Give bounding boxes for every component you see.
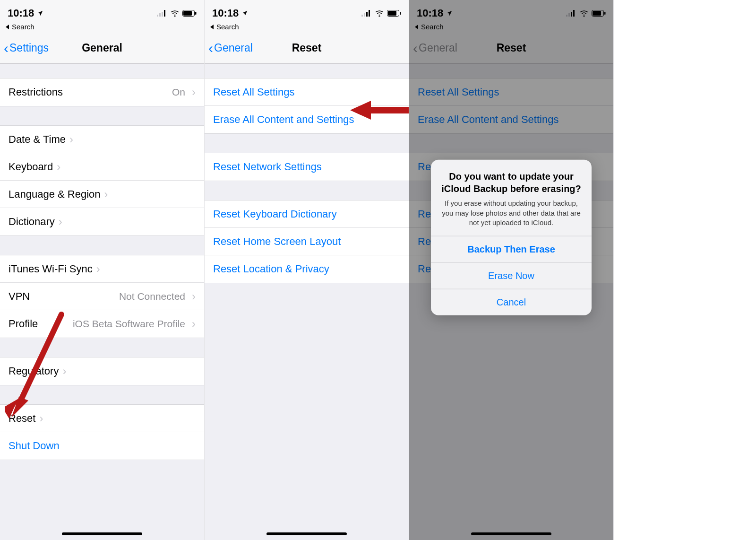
cell-label: Erase All Content and Settings bbox=[213, 113, 354, 126]
nav-back-label: Settings bbox=[9, 42, 49, 54]
cell-reset[interactable]: Reset › bbox=[0, 405, 204, 432]
cell-erase-all-content[interactable]: Erase All Content and Settings bbox=[205, 106, 409, 133]
cell-date-time[interactable]: Date & Time › bbox=[0, 126, 204, 153]
group-reset-network: Reset Network Settings bbox=[205, 153, 409, 181]
cell-label: Reset bbox=[9, 412, 35, 425]
group-regulatory: Regulatory › bbox=[0, 357, 204, 385]
svg-rect-3 bbox=[164, 10, 165, 17]
cell-language-region[interactable]: Language & Region › bbox=[0, 181, 204, 208]
svg-rect-0 bbox=[157, 15, 158, 17]
chevron-right-icon: › bbox=[57, 160, 60, 174]
nav-bar: ‹ General Reset bbox=[205, 33, 409, 64]
chevron-right-icon: › bbox=[39, 412, 43, 425]
wifi-icon bbox=[375, 10, 384, 17]
nav-title: Reset bbox=[292, 42, 322, 54]
breadcrumb-label: Search bbox=[12, 23, 34, 31]
cell-keyboard[interactable]: Keyboard › bbox=[0, 153, 204, 181]
cell-label: Keyboard bbox=[9, 161, 53, 173]
status-bar: 10:18 bbox=[0, 0, 204, 23]
svg-rect-2 bbox=[162, 12, 163, 17]
nav-title: General bbox=[82, 42, 122, 54]
cell-value: On bbox=[172, 87, 188, 98]
cell-regulatory[interactable]: Regulatory › bbox=[0, 357, 204, 385]
alert-message: If you erase without updating your backu… bbox=[441, 199, 581, 227]
chevron-right-icon: › bbox=[96, 262, 100, 276]
nav-back-button[interactable]: ‹ General bbox=[208, 41, 253, 55]
cell-reset-home-screen[interactable]: Reset Home Screen Layout bbox=[205, 228, 409, 255]
group-reset-misc: Reset Keyboard Dictionary Reset Home Scr… bbox=[205, 200, 409, 283]
nav-back-label: General bbox=[214, 42, 253, 54]
svg-point-4 bbox=[174, 16, 175, 17]
cell-restrictions[interactable]: Restrictions On › bbox=[0, 78, 204, 106]
signal-icon bbox=[361, 10, 372, 17]
screen-general: 10:18 Search ‹ Settings General bbox=[0, 0, 205, 540]
cell-label: Language & Region bbox=[9, 188, 101, 200]
screen-reset: 10:18 Search ‹ General Reset bbox=[205, 0, 409, 540]
cell-label: Reset Keyboard Dictionary bbox=[213, 208, 337, 220]
breadcrumb-back[interactable]: Search bbox=[205, 23, 409, 33]
alert-button-label: Erase Now bbox=[488, 270, 534, 281]
cell-label: Date & Time bbox=[9, 133, 66, 146]
chevron-right-icon: › bbox=[59, 215, 62, 228]
group-datetime: Date & Time › Keyboard › Language & Regi… bbox=[0, 125, 204, 236]
status-bar: 10:18 bbox=[205, 0, 409, 23]
settings-content: Restrictions On › Date & Time › Keyboard… bbox=[0, 64, 204, 540]
wifi-icon bbox=[170, 10, 180, 17]
cell-label: Reset Home Screen Layout bbox=[213, 235, 341, 248]
group-restrictions: Restrictions On › bbox=[0, 78, 204, 106]
cell-label: Reset All Settings bbox=[213, 86, 294, 98]
svg-rect-17 bbox=[400, 12, 401, 15]
cell-itunes-wifi-sync[interactable]: iTunes Wi-Fi Sync › bbox=[0, 255, 204, 283]
back-arrow-icon bbox=[210, 25, 214, 29]
cell-reset-all-settings[interactable]: Reset All Settings bbox=[205, 78, 409, 106]
svg-rect-1 bbox=[159, 13, 161, 17]
location-icon bbox=[241, 10, 248, 17]
svg-rect-11 bbox=[364, 13, 365, 17]
alert-dialog: Do you want to update your iCloud Backup… bbox=[431, 160, 592, 315]
cell-label: Regulatory bbox=[9, 365, 59, 377]
cell-vpn[interactable]: VPN Not Connected › bbox=[0, 283, 204, 310]
svg-rect-6 bbox=[183, 11, 192, 16]
nav-back-button[interactable]: ‹ Settings bbox=[4, 41, 49, 55]
nav-bar: ‹ Settings General bbox=[0, 33, 204, 64]
back-arrow-icon bbox=[6, 25, 9, 29]
breadcrumb-back[interactable]: Search bbox=[0, 23, 204, 33]
cell-label: iTunes Wi-Fi Sync bbox=[9, 263, 93, 275]
breadcrumb-label: Search bbox=[216, 23, 239, 31]
alert-body: Do you want to update your iCloud Backup… bbox=[431, 160, 592, 236]
status-time: 10:18 bbox=[212, 7, 239, 19]
cell-reset-location-privacy[interactable]: Reset Location & Privacy bbox=[205, 255, 409, 283]
cell-value: Not Connected bbox=[119, 291, 188, 302]
svg-rect-16 bbox=[388, 11, 396, 16]
chevron-right-icon: › bbox=[192, 290, 196, 303]
screen-reset-alert: 10:18 Search ‹ General Reset bbox=[409, 0, 614, 540]
svg-rect-12 bbox=[366, 12, 368, 17]
group-reset: Reset › Shut Down bbox=[0, 404, 204, 460]
cell-label: Dictionary bbox=[9, 216, 55, 228]
chevron-right-icon: › bbox=[69, 133, 73, 146]
battery-icon bbox=[182, 10, 197, 17]
group-reset-main: Reset All Settings Erase All Content and… bbox=[205, 78, 409, 134]
svg-rect-7 bbox=[195, 12, 197, 15]
home-indicator[interactable] bbox=[266, 532, 347, 535]
alert-cancel-button[interactable]: Cancel bbox=[431, 289, 592, 315]
cell-label: Reset Network Settings bbox=[213, 161, 322, 173]
cell-reset-keyboard-dictionary[interactable]: Reset Keyboard Dictionary bbox=[205, 200, 409, 228]
group-sync: iTunes Wi-Fi Sync › VPN Not Connected › … bbox=[0, 255, 204, 338]
signal-icon bbox=[157, 10, 167, 17]
cell-label: Shut Down bbox=[9, 440, 60, 452]
svg-point-14 bbox=[379, 16, 380, 17]
status-time: 10:18 bbox=[8, 7, 34, 19]
battery-icon bbox=[387, 10, 401, 17]
chevron-right-icon: › bbox=[104, 188, 108, 201]
alert-erase-now-button[interactable]: Erase Now bbox=[431, 262, 592, 289]
cell-profile[interactable]: Profile iOS Beta Software Profile › bbox=[0, 310, 204, 338]
alert-backup-then-erase-button[interactable]: Backup Then Erase bbox=[431, 236, 592, 262]
cell-reset-network[interactable]: Reset Network Settings bbox=[205, 153, 409, 181]
cell-shut-down[interactable]: Shut Down bbox=[0, 432, 204, 460]
alert-button-label: Cancel bbox=[497, 297, 526, 308]
home-indicator[interactable] bbox=[62, 532, 142, 535]
chevron-right-icon: › bbox=[192, 86, 196, 99]
cell-dictionary[interactable]: Dictionary › bbox=[0, 208, 204, 235]
chevron-right-icon: › bbox=[192, 317, 196, 331]
